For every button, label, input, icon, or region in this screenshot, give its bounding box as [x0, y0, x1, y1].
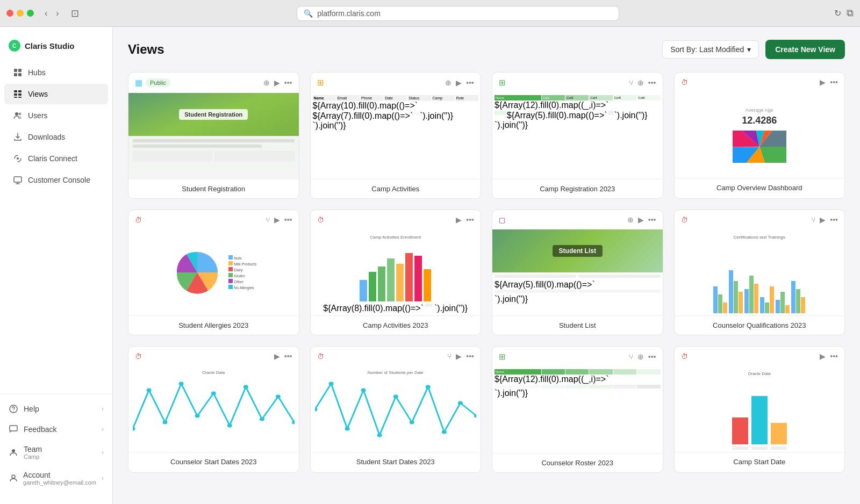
card-preview: Oracle Date — [128, 366, 299, 452]
play-icon[interactable]: ▶ — [820, 215, 826, 224]
page-title: Views — [128, 42, 164, 57]
play-icon[interactable]: ▶ — [456, 352, 462, 361]
view-card-counselor-qualifications-2023[interactable]: ⏱ ⑂ ▶ ••• Certifications and Trainings — [674, 210, 845, 335]
view-card-camp-activities-2023[interactable]: ⏱ ▶ ••• Camp Activities Enrollment — [310, 210, 482, 335]
create-new-view-button[interactable]: Create New View — [765, 40, 845, 59]
view-card-counselor-roster-2023[interactable]: ⊞ ⑂ ⊕ ••• Name — [492, 346, 663, 473]
sidebar-item-account[interactable]: Account gareth_whitney@email.com › — [0, 465, 112, 491]
maximize-button[interactable] — [27, 10, 34, 17]
sidebar-item-users[interactable]: Users — [4, 105, 108, 126]
fork-icon[interactable]: ⑂ — [629, 78, 633, 87]
traffic-lights — [6, 10, 34, 17]
add-icon[interactable]: ⊕ — [637, 352, 644, 361]
sidebar-item-label: Feedback — [24, 425, 56, 434]
add-icon[interactable]: ⊕ — [637, 78, 644, 87]
card-preview: Oracle Date — [675, 366, 845, 452]
main-header: Views Sort By: Last Modified ▾ Create Ne… — [128, 40, 845, 59]
card-header: ⊞ ⊕ ▶ ••• — [311, 73, 481, 93]
more-icon[interactable]: ••• — [466, 215, 474, 224]
more-icon[interactable]: ••• — [830, 215, 838, 224]
view-card-student-list[interactable]: ▢ ⊕ ▶ ••• Student List — [492, 210, 663, 335]
add-icon[interactable]: ⊕ — [263, 78, 270, 87]
card-type-icon: ▦ — [135, 78, 142, 88]
sort-button[interactable]: Sort By: Last Modified ▾ — [662, 40, 759, 59]
more-icon[interactable]: ••• — [830, 352, 838, 361]
reload-button[interactable]: ↻ — [834, 8, 841, 18]
back-button[interactable]: ‹ — [41, 8, 51, 19]
card-actions: ⑂ ▶ ••• — [811, 215, 838, 224]
more-icon[interactable]: ••• — [466, 352, 474, 361]
play-icon[interactable]: ▶ — [274, 78, 280, 87]
sidebar-item-help[interactable]: Help › — [0, 399, 112, 419]
card-header: ⏱ ▶ ••• — [675, 73, 845, 92]
more-icon[interactable]: ••• — [466, 78, 474, 87]
more-icon[interactable]: ••• — [284, 352, 292, 361]
sidebar-item-label: Customer Console — [28, 176, 90, 184]
svg-point-17 — [13, 411, 14, 412]
forward-button[interactable]: › — [53, 8, 62, 19]
address-bar[interactable]: 🔍 platform.claris.com — [297, 6, 619, 21]
play-icon[interactable]: ▶ — [638, 215, 644, 224]
view-card-student-start-dates-2023[interactable]: ⏱ ⑂ ▶ ••• Number of Students per Date — [310, 346, 482, 473]
card-preview: Nuts Milk Products Dairy Gluten Other No… — [128, 229, 299, 315]
fork-icon[interactable]: ⑂ — [266, 215, 270, 224]
play-icon[interactable]: ▶ — [274, 215, 280, 224]
fork-icon[interactable]: ⑂ — [811, 215, 815, 224]
add-icon[interactable]: ⊕ — [627, 215, 634, 224]
view-card-camp-overview-dashboard[interactable]: ⏱ ▶ ••• Average Age 12.4286 — [674, 72, 845, 199]
card-header: ⊞ ⑂ ⊕ ••• — [492, 73, 663, 93]
sidebar-item-downloads[interactable]: Downloads — [4, 127, 108, 147]
card-header: ⏱ ▶ ••• — [311, 210, 481, 229]
sidebar-bottom: Help › Feedback › Team Camp › — [0, 394, 112, 495]
view-card-camp-registration-2023[interactable]: ⊞ ⑂ ⊕ ••• Name Col2 Col3 Col4 — [492, 72, 663, 199]
card-type-icon: ⊞ — [499, 78, 506, 88]
svg-point-33 — [179, 381, 184, 385]
card-header: ⊞ ⑂ ⊕ ••• — [492, 347, 663, 367]
card-type-icon: ⏱ — [317, 352, 324, 361]
svg-text:C: C — [12, 43, 16, 49]
chevron-right-icon: › — [102, 426, 104, 433]
card-type-icon: ⏱ — [317, 216, 324, 224]
sidebar-item-customer-console[interactable]: Customer Console — [4, 170, 108, 190]
more-icon[interactable]: ••• — [648, 352, 656, 361]
card-type-icon: ⊞ — [499, 352, 506, 362]
sidebar-item-views[interactable]: Views — [4, 84, 108, 104]
view-card-camp-activities[interactable]: ⊞ ⊕ ▶ ••• Name Email P — [310, 72, 482, 199]
play-icon[interactable]: ▶ — [456, 78, 462, 87]
more-icon[interactable]: ••• — [648, 215, 656, 224]
view-card-student-registration[interactable]: ▦ Public ⊕ ▶ ••• Student Registration — [128, 72, 299, 199]
card-label: Camp Overview Dashboard — [675, 178, 845, 197]
nav-items: Hubs Views Users Downloads — [0, 62, 112, 394]
card-label: Student List — [492, 315, 663, 335]
sidebar-item-feedback[interactable]: Feedback › — [0, 419, 112, 440]
card-preview: Average Age 12.4286 — [675, 92, 845, 178]
play-icon[interactable]: ▶ — [456, 215, 462, 224]
sidebar-item-label: Help — [24, 405, 39, 413]
view-card-student-allergies-2023[interactable]: ⏱ ⑂ ▶ ••• — [128, 210, 299, 335]
more-icon[interactable]: ••• — [284, 215, 292, 224]
card-type-icon: ⏱ — [681, 216, 688, 224]
sidebar-item-claris-connect[interactable]: Claris Connect — [4, 148, 108, 169]
more-icon[interactable]: ••• — [284, 78, 292, 87]
minimize-button[interactable] — [17, 10, 24, 17]
view-card-camp-start-date[interactable]: ⏱ ▶ ••• Oracle Date — [674, 346, 845, 473]
account-email: gareth_whitney@email.com — [23, 479, 96, 486]
play-icon[interactable]: ▶ — [820, 352, 826, 361]
sidebar-item-team[interactable]: Team Camp › — [0, 440, 112, 465]
fork-icon[interactable]: ⑂ — [447, 352, 452, 361]
sidebar-item-hubs[interactable]: Hubs — [4, 62, 108, 83]
play-icon[interactable]: ▶ — [274, 352, 280, 361]
browser-chrome: ‹ › ⊡ 🔍 platform.claris.com ↻ ⧉ — [0, 0, 860, 27]
new-tab-button[interactable]: ⧉ — [847, 8, 854, 19]
account-label: Account — [23, 471, 96, 479]
more-icon[interactable]: ••• — [648, 78, 656, 87]
more-icon[interactable]: ••• — [830, 78, 838, 87]
close-button[interactable] — [6, 10, 13, 17]
view-card-counselor-start-dates-2023[interactable]: ⏱ ▶ ••• Oracle Date — [128, 346, 299, 473]
play-icon[interactable]: ▶ — [820, 78, 826, 87]
sidebar-toggle-button[interactable]: ⊡ — [68, 6, 82, 20]
svg-point-49 — [441, 430, 446, 434]
card-actions: ▶ ••• — [820, 352, 838, 361]
fork-icon[interactable]: ⑂ — [629, 352, 633, 361]
add-icon[interactable]: ⊕ — [445, 78, 452, 87]
